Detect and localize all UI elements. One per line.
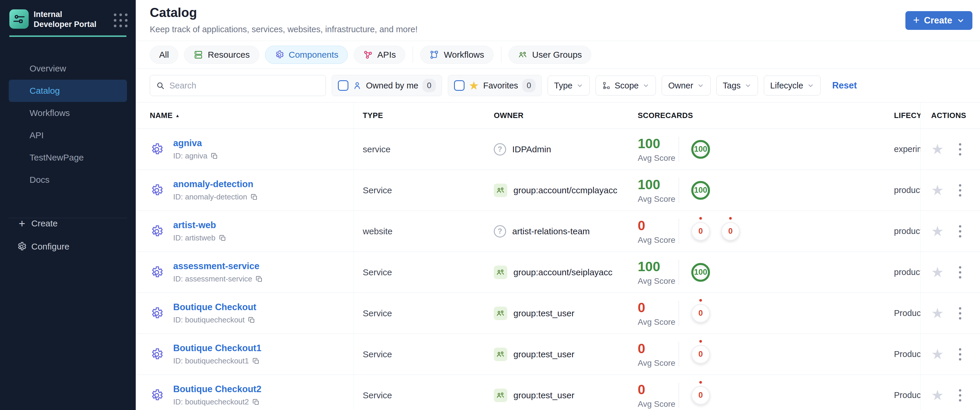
copy-icon[interactable] [252, 357, 260, 365]
sidebar-configure-button[interactable]: Configure [0, 237, 136, 256]
entity-name-link[interactable]: Boutique Checkout [173, 302, 256, 313]
sidebar: Internal Developer Portal OverviewCatalo… [0, 0, 136, 410]
copy-icon[interactable] [250, 193, 258, 201]
score-divider [679, 219, 679, 244]
scorecard-badge[interactable]: 0 [691, 345, 710, 364]
scorecard-badges: 100 [691, 263, 710, 282]
entity-name-link[interactable]: agniva [173, 138, 218, 148]
copy-icon[interactable] [248, 316, 255, 324]
entity-id: ID: boutiquecheckout1 [173, 356, 249, 365]
user-group-icon [494, 306, 507, 320]
entity-name-link[interactable]: Boutique Checkout1 [173, 343, 261, 354]
gear-icon [150, 142, 164, 156]
grid-apps-icon[interactable] [114, 13, 127, 27]
entity-name-link[interactable]: anomaly-detection [173, 179, 258, 190]
tab-label: All [159, 50, 169, 60]
page-title: Catalog [150, 5, 197, 20]
chevron-down-icon [745, 82, 751, 89]
scope-dropdown[interactable]: Scope [596, 75, 656, 96]
entity-name-link[interactable]: assessment-service [173, 261, 263, 271]
entity-id: ID: agniva [173, 152, 207, 161]
entity-type: Service [354, 170, 485, 211]
owner-dropdown[interactable]: Owner [662, 75, 710, 96]
favorite-star-icon[interactable]: ★ [931, 306, 944, 321]
sidebar-item-workflows[interactable]: Workflows [9, 102, 127, 124]
search-box [150, 75, 326, 96]
tab-resources[interactable]: Resources [184, 46, 259, 64]
tab-components[interactable]: Components [265, 46, 348, 64]
favorite-star-icon[interactable]: ★ [931, 183, 944, 197]
entity-owner: artist-relations-team [512, 227, 590, 236]
scorecard-badge[interactable]: 0 [721, 222, 740, 241]
column-header-name[interactable]: NAME▲ [136, 102, 354, 129]
user-group-icon [494, 389, 507, 402]
copy-icon[interactable] [255, 275, 263, 283]
scorecard-badge[interactable]: 100 [691, 263, 710, 282]
entity-lifecycle: Production [816, 375, 920, 410]
kebab-menu-icon[interactable] [957, 142, 963, 157]
entity-lifecycle: production [816, 252, 920, 293]
copy-icon[interactable] [211, 152, 218, 160]
gear-icon [150, 306, 164, 321]
tags-dropdown[interactable]: Tags [716, 75, 758, 96]
avg-score-label: Avg Score [638, 236, 676, 245]
kebab-menu-icon[interactable] [957, 182, 963, 198]
score-divider [679, 260, 679, 285]
entity-name-link[interactable]: Boutique Checkout2 [173, 384, 261, 394]
favorites-checkbox[interactable] [454, 80, 465, 91]
scorecard-badges: 100 [691, 140, 710, 159]
create-button[interactable]: + Create [905, 11, 972, 30]
favorite-star-icon[interactable]: ★ [931, 224, 944, 238]
entity-name-link[interactable]: artist-web [173, 220, 226, 230]
kebab-menu-icon[interactable] [957, 388, 963, 403]
sort-asc-icon: ▲ [175, 113, 180, 118]
entity-lifecycle: production [816, 211, 920, 252]
favorite-star-icon[interactable]: ★ [931, 347, 944, 361]
sidebar-item-testnewpage[interactable]: TestNewPage [9, 147, 127, 169]
sidebar-item-overview[interactable]: Overview [9, 57, 127, 80]
type-dropdown[interactable]: Type [547, 75, 590, 96]
sidebar-header: Internal Developer Portal [0, 0, 136, 29]
sidebar-create-button[interactable]: + Create [0, 214, 136, 233]
reset-filters-link[interactable]: Reset [832, 80, 857, 91]
sidebar-configure-label: Configure [31, 242, 69, 252]
search-input[interactable] [169, 81, 320, 91]
scorecard-badge[interactable]: 0 [691, 222, 710, 241]
chevron-down-icon [643, 82, 649, 89]
favorite-star-icon[interactable]: ★ [931, 265, 944, 279]
tab-user-groups[interactable]: User Groups [508, 46, 591, 64]
copy-icon[interactable] [219, 234, 226, 242]
copy-icon[interactable] [252, 398, 260, 406]
score-divider [679, 383, 679, 408]
kebab-menu-icon[interactable] [957, 346, 963, 362]
sidebar-item-api[interactable]: API [9, 124, 127, 147]
tab-all[interactable]: All [150, 46, 178, 64]
kebab-menu-icon[interactable] [957, 223, 963, 239]
sidebar-item-catalog[interactable]: Catalog [9, 80, 127, 102]
page-header: Catalog Keep track of applications, serv… [136, 0, 980, 41]
scorecard-badge[interactable]: 100 [691, 140, 710, 159]
scorecard-badge[interactable]: 0 [691, 386, 710, 405]
favorites-filter[interactable]: ★ Favorites 0 [448, 75, 542, 96]
tab-apis[interactable]: APIs [354, 46, 405, 64]
kebab-menu-icon[interactable] [957, 265, 963, 280]
tab-workflows[interactable]: Workflows [420, 46, 493, 64]
sidebar-create-label: Create [31, 219, 57, 228]
scorecard-badge[interactable]: 0 [691, 304, 710, 323]
sidebar-item-docs[interactable]: Docs [9, 169, 127, 191]
owned-by-me-checkbox[interactable] [338, 80, 348, 91]
avg-score-value: 0 [638, 341, 676, 356]
gear-icon [150, 183, 164, 197]
favorite-star-icon[interactable]: ★ [931, 142, 944, 156]
avg-score-value: 100 [638, 136, 676, 152]
gear-icon [150, 347, 164, 361]
lifecycle-dropdown[interactable]: Lifecycle [764, 75, 821, 96]
filter-bar: Owned by me 0 ★ Favorites 0 TypeScopeOwn… [136, 69, 980, 102]
favorite-star-icon[interactable]: ★ [931, 388, 944, 402]
entity-type: website [354, 211, 485, 252]
kebab-menu-icon[interactable] [957, 305, 963, 321]
scorecard-badge[interactable]: 100 [691, 181, 710, 200]
create-button-label: Create [924, 15, 953, 26]
app-logo[interactable] [10, 10, 29, 29]
owned-by-me-filter[interactable]: Owned by me 0 [332, 75, 442, 96]
